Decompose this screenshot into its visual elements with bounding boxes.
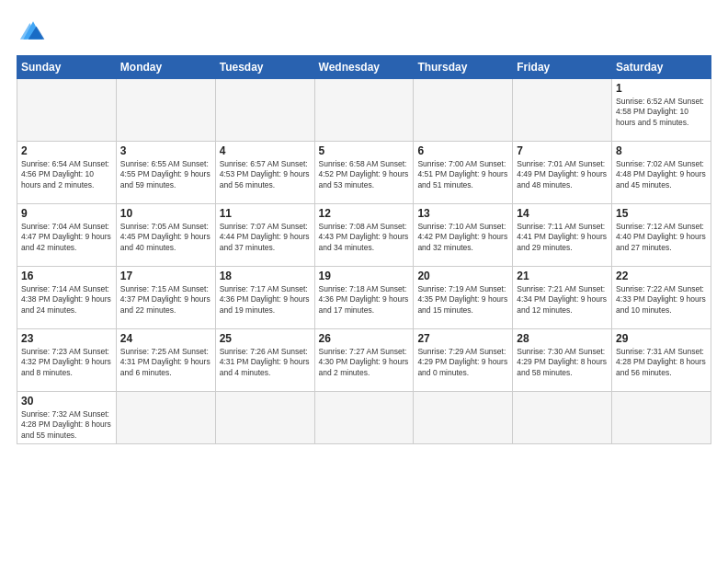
day-info: Sunrise: 7:01 AM Sunset: 4:49 PM Dayligh… bbox=[517, 159, 608, 190]
day-number: 7 bbox=[517, 144, 608, 157]
calendar-cell: 11Sunrise: 7:07 AM Sunset: 4:44 PM Dayli… bbox=[215, 204, 314, 267]
calendar-week-row: 1Sunrise: 6:52 AM Sunset: 4:58 PM Daylig… bbox=[17, 79, 711, 142]
header bbox=[17, 17, 711, 44]
calendar-cell: 30Sunrise: 7:32 AM Sunset: 4:28 PM Dayli… bbox=[17, 392, 117, 444]
logo bbox=[17, 17, 53, 44]
calendar-cell bbox=[215, 392, 314, 444]
day-number: 8 bbox=[616, 144, 707, 157]
day-number: 11 bbox=[220, 207, 311, 220]
calendar-cell: 9Sunrise: 7:04 AM Sunset: 4:47 PM Daylig… bbox=[17, 204, 117, 267]
calendar-day-header: Sunday bbox=[17, 56, 117, 79]
day-info: Sunrise: 7:22 AM Sunset: 4:33 PM Dayligh… bbox=[616, 284, 707, 316]
calendar-day-header: Thursday bbox=[414, 56, 513, 79]
logo-icon bbox=[17, 17, 50, 44]
day-info: Sunrise: 7:11 AM Sunset: 4:41 PM Dayligh… bbox=[517, 222, 608, 253]
day-info: Sunrise: 7:31 AM Sunset: 4:28 PM Dayligh… bbox=[616, 347, 707, 378]
day-info: Sunrise: 7:14 AM Sunset: 4:38 PM Dayligh… bbox=[21, 284, 112, 316]
calendar-day-header: Friday bbox=[513, 56, 612, 79]
calendar-cell bbox=[513, 79, 612, 142]
day-info: Sunrise: 7:26 AM Sunset: 4:31 PM Dayligh… bbox=[220, 347, 311, 378]
day-info: Sunrise: 7:17 AM Sunset: 4:36 PM Dayligh… bbox=[220, 284, 311, 316]
calendar-cell: 2Sunrise: 6:54 AM Sunset: 4:56 PM Daylig… bbox=[17, 142, 117, 204]
day-number: 9 bbox=[21, 207, 112, 220]
calendar-cell bbox=[116, 392, 215, 444]
day-number: 15 bbox=[616, 207, 707, 220]
day-info: Sunrise: 7:05 AM Sunset: 4:45 PM Dayligh… bbox=[120, 222, 211, 253]
calendar-week-row: 2Sunrise: 6:54 AM Sunset: 4:56 PM Daylig… bbox=[17, 142, 711, 204]
calendar-day-header: Wednesday bbox=[314, 56, 414, 79]
day-number: 3 bbox=[120, 144, 211, 157]
calendar-day-header: Tuesday bbox=[215, 56, 314, 79]
day-info: Sunrise: 7:15 AM Sunset: 4:37 PM Dayligh… bbox=[120, 284, 211, 316]
calendar-cell: 13Sunrise: 7:10 AM Sunset: 4:42 PM Dayli… bbox=[414, 204, 513, 267]
day-number: 4 bbox=[220, 144, 311, 157]
day-number: 17 bbox=[120, 270, 211, 282]
calendar-week-row: 16Sunrise: 7:14 AM Sunset: 4:38 PM Dayli… bbox=[17, 267, 711, 329]
calendar-cell: 28Sunrise: 7:30 AM Sunset: 4:29 PM Dayli… bbox=[513, 329, 612, 392]
calendar: SundayMondayTuesdayWednesdayThursdayFrid… bbox=[17, 55, 711, 444]
page: SundayMondayTuesdayWednesdayThursdayFrid… bbox=[0, 0, 728, 563]
calendar-cell: 20Sunrise: 7:19 AM Sunset: 4:35 PM Dayli… bbox=[414, 267, 513, 329]
calendar-cell: 17Sunrise: 7:15 AM Sunset: 4:37 PM Dayli… bbox=[116, 267, 215, 329]
day-number: 12 bbox=[319, 207, 410, 220]
calendar-cell: 25Sunrise: 7:26 AM Sunset: 4:31 PM Dayli… bbox=[215, 329, 314, 392]
calendar-cell: 29Sunrise: 7:31 AM Sunset: 4:28 PM Dayli… bbox=[612, 329, 711, 392]
day-info: Sunrise: 7:00 AM Sunset: 4:51 PM Dayligh… bbox=[417, 159, 508, 190]
calendar-cell: 4Sunrise: 6:57 AM Sunset: 4:53 PM Daylig… bbox=[215, 142, 314, 204]
day-info: Sunrise: 7:12 AM Sunset: 4:40 PM Dayligh… bbox=[616, 222, 707, 253]
calendar-cell bbox=[414, 392, 513, 444]
calendar-cell bbox=[215, 79, 314, 142]
calendar-cell bbox=[116, 79, 215, 142]
calendar-cell: 14Sunrise: 7:11 AM Sunset: 4:41 PM Dayli… bbox=[513, 204, 612, 267]
day-number: 29 bbox=[616, 332, 707, 345]
day-number: 19 bbox=[319, 270, 410, 282]
day-number: 26 bbox=[319, 332, 410, 345]
calendar-cell: 26Sunrise: 7:27 AM Sunset: 4:30 PM Dayli… bbox=[314, 329, 414, 392]
calendar-cell bbox=[414, 79, 513, 142]
calendar-week-row: 30Sunrise: 7:32 AM Sunset: 4:28 PM Dayli… bbox=[17, 392, 711, 444]
day-number: 2 bbox=[21, 144, 112, 157]
calendar-cell: 3Sunrise: 6:55 AM Sunset: 4:55 PM Daylig… bbox=[116, 142, 215, 204]
day-number: 23 bbox=[21, 332, 112, 345]
calendar-day-header: Monday bbox=[116, 56, 215, 79]
day-info: Sunrise: 7:29 AM Sunset: 4:29 PM Dayligh… bbox=[417, 347, 508, 378]
day-number: 20 bbox=[417, 270, 508, 282]
calendar-cell: 10Sunrise: 7:05 AM Sunset: 4:45 PM Dayli… bbox=[116, 204, 215, 267]
calendar-cell: 27Sunrise: 7:29 AM Sunset: 4:29 PM Dayli… bbox=[414, 329, 513, 392]
day-info: Sunrise: 7:19 AM Sunset: 4:35 PM Dayligh… bbox=[417, 284, 508, 316]
calendar-cell: 23Sunrise: 7:23 AM Sunset: 4:32 PM Dayli… bbox=[17, 329, 117, 392]
day-info: Sunrise: 7:02 AM Sunset: 4:48 PM Dayligh… bbox=[616, 159, 707, 190]
day-number: 25 bbox=[220, 332, 311, 345]
day-number: 5 bbox=[319, 144, 410, 157]
day-number: 13 bbox=[417, 207, 508, 220]
calendar-cell: 18Sunrise: 7:17 AM Sunset: 4:36 PM Dayli… bbox=[215, 267, 314, 329]
day-number: 10 bbox=[120, 207, 211, 220]
day-info: Sunrise: 7:23 AM Sunset: 4:32 PM Dayligh… bbox=[21, 347, 112, 378]
calendar-cell: 19Sunrise: 7:18 AM Sunset: 4:36 PM Dayli… bbox=[314, 267, 414, 329]
calendar-cell: 8Sunrise: 7:02 AM Sunset: 4:48 PM Daylig… bbox=[612, 142, 711, 204]
day-number: 6 bbox=[417, 144, 508, 157]
day-info: Sunrise: 6:55 AM Sunset: 4:55 PM Dayligh… bbox=[120, 159, 211, 190]
calendar-cell: 15Sunrise: 7:12 AM Sunset: 4:40 PM Dayli… bbox=[612, 204, 711, 267]
day-number: 28 bbox=[517, 332, 608, 345]
day-number: 22 bbox=[616, 270, 707, 282]
day-info: Sunrise: 7:08 AM Sunset: 4:43 PM Dayligh… bbox=[319, 222, 410, 253]
calendar-cell bbox=[513, 392, 612, 444]
day-info: Sunrise: 7:32 AM Sunset: 4:28 PM Dayligh… bbox=[21, 409, 112, 441]
day-number: 21 bbox=[517, 270, 608, 282]
calendar-cell: 7Sunrise: 7:01 AM Sunset: 4:49 PM Daylig… bbox=[513, 142, 612, 204]
calendar-cell: 6Sunrise: 7:00 AM Sunset: 4:51 PM Daylig… bbox=[414, 142, 513, 204]
day-info: Sunrise: 6:58 AM Sunset: 4:52 PM Dayligh… bbox=[319, 159, 410, 190]
day-number: 30 bbox=[21, 395, 112, 408]
day-number: 1 bbox=[616, 82, 707, 95]
calendar-week-row: 23Sunrise: 7:23 AM Sunset: 4:32 PM Dayli… bbox=[17, 329, 711, 392]
day-info: Sunrise: 7:10 AM Sunset: 4:42 PM Dayligh… bbox=[417, 222, 508, 253]
day-info: Sunrise: 6:52 AM Sunset: 4:58 PM Dayligh… bbox=[616, 97, 707, 128]
day-number: 24 bbox=[120, 332, 211, 345]
day-number: 16 bbox=[21, 270, 112, 282]
calendar-cell: 16Sunrise: 7:14 AM Sunset: 4:38 PM Dayli… bbox=[17, 267, 117, 329]
calendar-cell: 22Sunrise: 7:22 AM Sunset: 4:33 PM Dayli… bbox=[612, 267, 711, 329]
calendar-header-row: SundayMondayTuesdayWednesdayThursdayFrid… bbox=[17, 56, 711, 79]
calendar-day-header: Saturday bbox=[612, 56, 711, 79]
day-info: Sunrise: 7:21 AM Sunset: 4:34 PM Dayligh… bbox=[517, 284, 608, 316]
